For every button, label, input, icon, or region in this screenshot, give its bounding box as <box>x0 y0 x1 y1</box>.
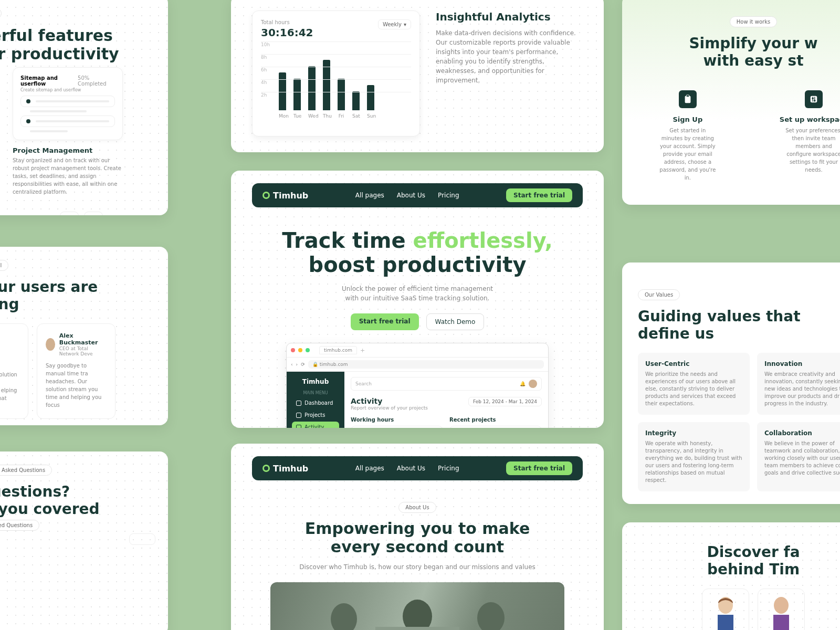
start-trial-button[interactable]: Start free trial <box>351 313 419 330</box>
analytics-title: Insightful Analytics <box>436 10 583 23</box>
nav-cta-button[interactable]: Start free trial <box>506 461 572 475</box>
chart-card: Total hours 30:16:42 Weekly▾ 10h 8h 6h 4… <box>252 10 420 136</box>
chart-total: 30:16:42 <box>261 26 313 39</box>
bar <box>308 66 316 110</box>
svg-point-19 <box>774 597 789 614</box>
sidebar: Timhub MAIN MENU Dashboard Projects Acti… <box>287 372 344 428</box>
reload-icon[interactable]: ⟳ <box>301 362 305 367</box>
nav-allpages[interactable]: All pages <box>355 465 384 472</box>
svg-rect-18 <box>718 615 733 630</box>
about-heading: Empowering you to make every second coun… <box>252 519 583 556</box>
team-card <box>758 589 805 630</box>
svg-point-13 <box>331 603 357 630</box>
search-bar[interactable]: Search🔔 <box>351 377 542 391</box>
avatar[interactable] <box>529 380 537 388</box>
value-card: IntegrityWe operate with honesty, transp… <box>638 422 750 491</box>
chart-label: Total hours <box>261 19 313 25</box>
simplify-heading: Simplify your w with easy st <box>638 35 840 69</box>
testimonial-badge: Testimonial <box>0 260 8 271</box>
sidebar-item-activity[interactable]: Activity <box>292 422 339 428</box>
features-heading: owerful features your productivity <box>0 26 155 63</box>
value-card: InnovationWe embrace creativity and inno… <box>757 353 840 415</box>
logo-icon <box>262 465 270 472</box>
projects-icon <box>296 413 301 418</box>
nav-cta-button[interactable]: Start free trial <box>506 188 572 202</box>
testimonial-card: Alex Buckmaster CEO at Total Network Dev… <box>37 323 116 419</box>
pm-desc: Stay organized and on track with our rob… <box>13 156 123 196</box>
x-axis: MonTueWedThuFriSatSun <box>261 113 411 119</box>
sidebar-item-projects[interactable]: Projects <box>292 410 339 421</box>
forward-icon[interactable]: › <box>296 362 298 367</box>
period-dropdown[interactable]: Weekly▾ <box>378 19 411 29</box>
svg-rect-20 <box>773 615 789 630</box>
activity-icon <box>296 425 301 428</box>
chevron-down-icon: ▾ <box>404 22 406 27</box>
value-card: CollaborationWe believe in the power of … <box>757 422 840 491</box>
nav-pricing[interactable]: Pricing <box>438 192 459 199</box>
back-icon[interactable]: ‹ <box>291 362 293 367</box>
team-heading: Discover fa behind Tim <box>638 543 840 578</box>
page-title: Activity <box>351 397 428 405</box>
faq-badge: Frequently Asked Questions <box>0 520 39 531</box>
features-panel: Features owerful features your productiv… <box>0 0 168 215</box>
nav-about[interactable]: About Us <box>397 465 425 472</box>
integration-icon <box>84 212 103 215</box>
avatar <box>46 338 55 351</box>
bar <box>279 72 286 110</box>
sliders-icon <box>805 90 823 108</box>
values-panel: Our Values Guiding values that define us… <box>622 262 840 504</box>
recent-project-card: Sitemap and userflow Creating wireframe … <box>449 426 542 428</box>
analytics-panel: Total hours 30:16:42 Weekly▾ 10h 8h 6h 4… <box>231 0 604 152</box>
faq-heading: a questions? got you covered <box>0 483 155 518</box>
pm-preview-card: Sitemap and userflow50% Completed Create… <box>13 67 123 140</box>
analytics-desc: Make data-driven decisions with confiden… <box>436 28 583 85</box>
step-signup: Sign Up Get started in minutes by creati… <box>659 90 717 182</box>
about-sub: Discover who Timhub is, how our story be… <box>252 562 583 572</box>
team-panel: Discover fa behind Tim <box>622 522 840 630</box>
howitworks-badge: How it works <box>730 16 777 27</box>
svg-point-14 <box>403 600 432 630</box>
simplify-panel: How it works Simplify your w with easy s… <box>622 0 840 205</box>
svg-rect-8 <box>811 96 817 103</box>
navbar: Timhub All pagesAbout UsPricing Start fr… <box>252 456 583 480</box>
values-badge: Our Values <box>638 289 680 300</box>
date-range-picker[interactable]: Feb 12, 2024 - Mar 1, 2024 <box>468 397 542 406</box>
dashboard-icon <box>296 401 301 406</box>
faq-item[interactable] <box>129 533 155 545</box>
testimonials-panel: Testimonial at our users are saying uckm… <box>0 247 168 425</box>
nav-allpages[interactable]: All pages <box>355 192 384 199</box>
working-hours-card: Total hours 30:16:42 Weekly ▾ <box>351 426 443 428</box>
pm-title: Project Management <box>13 146 123 154</box>
faq-badge: Frequently Asked Questions <box>0 465 52 476</box>
task-row <box>20 116 115 127</box>
bar-chart: 10h 8h 6h 4h 2h <box>261 47 411 110</box>
watch-demo-button[interactable]: Watch Demo <box>426 313 485 330</box>
about-hero-image <box>270 582 564 630</box>
nav-about[interactable]: About Us <box>397 192 425 199</box>
task-row <box>20 96 115 107</box>
logo[interactable]: Timhub <box>262 464 308 474</box>
svg-point-15 <box>477 602 505 630</box>
navbar: Timhub All pagesAbout UsPricing Start fr… <box>252 183 583 207</box>
logo[interactable]: Timhub <box>262 191 308 201</box>
testimonial-card: uckmaster Total Network Development o ma… <box>0 323 28 419</box>
nav-pricing[interactable]: Pricing <box>438 465 459 472</box>
bullet-icon <box>26 99 30 103</box>
bar <box>367 85 374 110</box>
step-workspace: Set up workspace Set your preferences, t… <box>780 90 840 182</box>
hero-heading: Track time effortlessly, boost productiv… <box>252 228 583 277</box>
hero-panel: Timhub All pagesAbout UsPricing Start fr… <box>231 171 604 428</box>
values-heading: Guiding values that define us <box>638 308 840 342</box>
sidebar-item-dashboard[interactable]: Dashboard <box>292 397 339 408</box>
browser-mockup: timhub.com+ ‹›⟳🔒 timhub.com Timhub MAIN … <box>286 343 549 428</box>
testimonials-heading: at our users are saying <box>0 278 155 313</box>
address-bar[interactable]: 🔒 timhub.com <box>308 360 544 369</box>
about-panel: Timhub All pagesAbout UsPricing Start fr… <box>231 444 604 630</box>
svg-rect-7 <box>686 95 689 97</box>
hero-sub: Unlock the power of efficient time manag… <box>252 284 583 303</box>
bell-icon[interactable]: 🔔 <box>520 381 526 386</box>
about-badge: About Us <box>398 502 436 513</box>
bullet-icon <box>26 119 30 123</box>
team-card <box>702 589 749 630</box>
value-card: User-CentricWe prioritize the needs and … <box>638 353 750 415</box>
